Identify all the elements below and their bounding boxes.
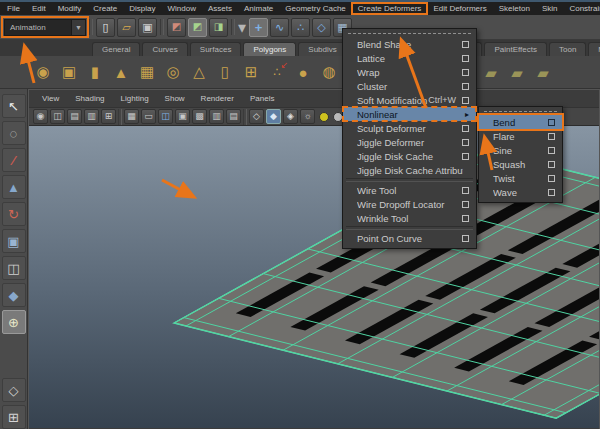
snap-button[interactable] [249, 18, 268, 37]
menubar-item[interactable]: Edit Deformers [427, 3, 492, 14]
option-box-icon[interactable] [548, 119, 555, 126]
option-box-icon[interactable] [462, 215, 469, 222]
panel-toolbar-button[interactable] [192, 109, 207, 124]
menu-item[interactable]: ▸ [346, 226, 473, 230]
option-box-icon[interactable] [462, 235, 469, 242]
panel-toolbar-button[interactable] [84, 109, 99, 124]
shelf-tool-button[interactable] [238, 58, 264, 86]
selection-mask-button[interactable] [167, 18, 186, 37]
menubar-item[interactable]: Geometry Cache [279, 3, 351, 14]
shelf-tool-button[interactable] [478, 59, 504, 87]
menu-item[interactable]: Jiggle Disk Cache Attributes ▸ [343, 163, 476, 177]
shading-mode-button[interactable] [283, 109, 298, 124]
toolbox-button[interactable] [2, 175, 26, 199]
panel-menu-item[interactable]: Show [157, 94, 193, 103]
file-button[interactable] [117, 18, 136, 37]
shading-mode-button[interactable] [266, 109, 281, 124]
shelf-tool-button[interactable] [160, 58, 186, 86]
menubar-item[interactable]: Assets [202, 3, 238, 14]
shelf-tab[interactable]: General [92, 42, 140, 56]
menu-item[interactable]: Wrap ▸ [343, 65, 476, 79]
toolbox-button[interactable] [2, 283, 26, 307]
panel-toolbar-button[interactable] [209, 109, 224, 124]
menu-item[interactable]: Cluster ▸ [343, 79, 476, 93]
shelf-tab[interactable]: Polygons [243, 42, 296, 56]
shelf-tab[interactable]: Surfaces [190, 42, 242, 56]
panel-toolbar-button[interactable] [67, 109, 82, 124]
panel-menu-item[interactable]: View [34, 94, 67, 103]
submenu-item[interactable]: Squash [479, 157, 562, 171]
menu-item[interactable]: Lattice ▸ [343, 51, 476, 65]
menubar-item[interactable]: Edit [26, 3, 52, 14]
menubar-item[interactable]: Skeleton [493, 3, 536, 14]
panel-toolbar-button[interactable] [124, 109, 139, 124]
selection-mask-button[interactable] [188, 18, 207, 37]
option-box-icon[interactable] [462, 55, 469, 62]
menubar-item[interactable]: Create Deformers [352, 3, 428, 14]
shelf-tool-button[interactable] [530, 59, 556, 87]
panel-menu-item[interactable]: Shading [67, 94, 112, 103]
menu-item[interactable]: ▸ [346, 178, 473, 182]
shelf-tab[interactable]: M [588, 42, 600, 56]
shelf-tool-button[interactable] [316, 58, 342, 86]
layout-button[interactable] [2, 378, 26, 402]
shelf-tab[interactable]: PaintEffects [484, 42, 547, 56]
shelf-tool-button[interactable] [212, 58, 238, 86]
menubar-item[interactable]: Window [162, 3, 202, 14]
panel-toolbar-button[interactable] [33, 109, 48, 124]
menu-item[interactable]: Jiggle Deformer ▸ [343, 135, 476, 149]
submenu-item[interactable]: Flare [479, 129, 562, 143]
shelf-tool-button[interactable] [504, 59, 530, 87]
shelf-tool-button[interactable] [82, 58, 108, 86]
shelf-tool-button[interactable] [290, 58, 316, 86]
menubar-item[interactable]: Display [123, 3, 161, 14]
menubar-item[interactable]: Skin [536, 3, 564, 14]
toolbox-button[interactable] [2, 121, 26, 145]
toolbox-button[interactable] [2, 310, 26, 334]
menu-item[interactable]: Blend Shape ▸ [343, 37, 476, 51]
option-box-icon[interactable] [548, 175, 555, 182]
option-box-icon[interactable] [548, 133, 555, 140]
panel-menu-item[interactable]: Panels [242, 94, 282, 103]
menu-item[interactable]: Point On Curve ▸ [343, 231, 476, 245]
option-box-icon[interactable] [462, 201, 469, 208]
shelf-tab[interactable]: Curves [142, 42, 187, 56]
shelf-tool-button[interactable] [264, 58, 290, 86]
shelf-tool-button[interactable] [56, 58, 82, 86]
menu-item[interactable]: Jiggle Disk Cache ▸ [343, 149, 476, 163]
option-box-icon[interactable] [462, 153, 469, 160]
panel-toolbar-button[interactable] [50, 109, 65, 124]
menu-tearoff-handle[interactable] [348, 33, 471, 34]
shelf-tool-button[interactable] [108, 58, 134, 86]
menubar-item[interactable]: Animate [238, 3, 279, 14]
snap-button[interactable] [312, 18, 331, 37]
layout-button[interactable] [2, 405, 26, 429]
panel-toolbar-button[interactable] [226, 109, 241, 124]
menu-item[interactable]: Soft Modification Ctrl+W ▸ [343, 93, 476, 107]
panel-toolbar-button[interactable] [175, 109, 190, 124]
toolbox-button[interactable] [2, 94, 26, 118]
shading-mode-button[interactable] [249, 109, 264, 124]
shelf-tool-button[interactable] [134, 58, 160, 86]
submenu-item[interactable]: Twist [479, 171, 562, 185]
shelf-tab[interactable]: Toon [549, 42, 586, 56]
option-box-icon[interactable] [462, 41, 469, 48]
menu-item[interactable]: Nonlinear ▸ [343, 107, 476, 121]
submenu-item[interactable]: Bend [479, 115, 562, 129]
shelf-tab[interactable]: Subdivs [298, 42, 346, 56]
panel-menu-item[interactable]: Renderer [193, 94, 242, 103]
panel-menu-item[interactable]: Lighting [113, 94, 157, 103]
shelf-tool-button[interactable] [186, 58, 212, 86]
toolbox-button[interactable] [2, 202, 26, 226]
panel-toolbar-button[interactable] [158, 109, 173, 124]
panel-toolbar-button[interactable] [141, 109, 156, 124]
option-box-icon[interactable] [462, 69, 469, 76]
option-box-icon[interactable] [462, 139, 469, 146]
menubar-item[interactable]: Modify [52, 3, 88, 14]
file-button[interactable] [138, 18, 157, 37]
option-box-icon[interactable] [462, 83, 469, 90]
shading-mode-button[interactable] [300, 109, 315, 124]
snap-button[interactable] [270, 18, 289, 37]
menu-tearoff-handle[interactable] [484, 111, 557, 112]
chevron-down-icon[interactable]: ▼ [71, 20, 85, 35]
